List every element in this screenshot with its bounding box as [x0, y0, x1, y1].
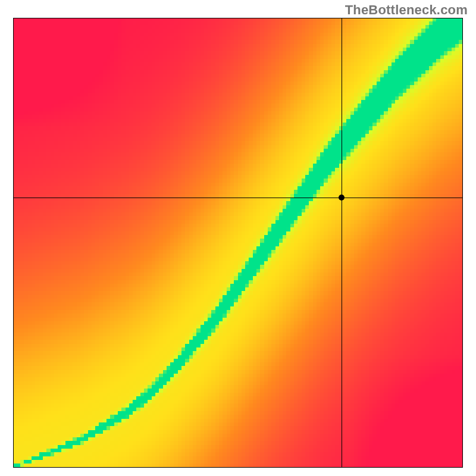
root: TheBottleneck.com: [0, 0, 476, 476]
heatmap-canvas: [13, 18, 463, 468]
watermark-text: TheBottleneck.com: [345, 2, 468, 18]
heatmap-plot: [13, 18, 463, 468]
